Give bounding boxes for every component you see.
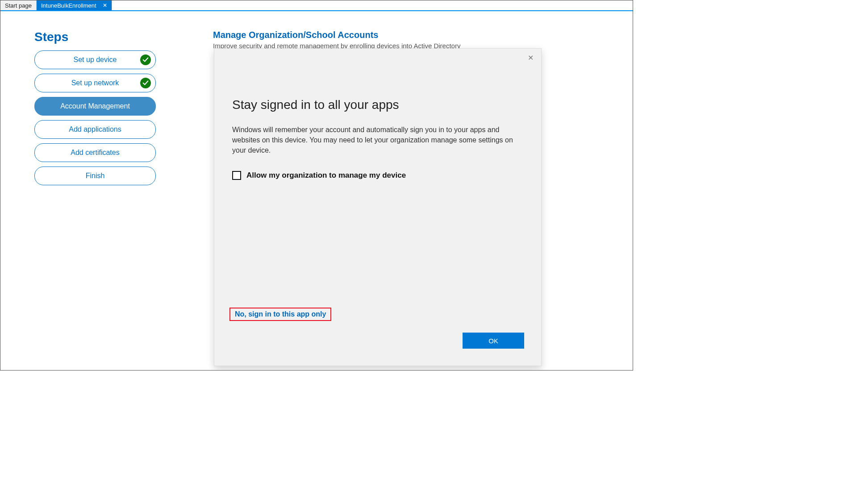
step-label: Set up device (74, 56, 117, 64)
step-set-up-network[interactable]: Set up network (34, 74, 156, 92)
step-finish[interactable]: Finish (34, 167, 156, 185)
tab-bar: Start page IntuneBulkEnrollment ✕ (0, 0, 633, 11)
highlight-box: No, sign in to this app only (229, 308, 331, 321)
step-add-applications[interactable]: Add applications (34, 120, 156, 139)
tab-label: IntuneBulkEnrollment (41, 2, 96, 9)
step-label: Account Management (60, 102, 130, 110)
ok-button[interactable]: OK (463, 333, 524, 349)
steps-sidebar: Steps Set up device Set up network Accou… (0, 30, 179, 190)
allow-manage-label: Allow my organization to manage my devic… (246, 171, 406, 180)
step-label: Add applications (69, 125, 121, 133)
dialog-title: Stay signed in to all your apps (232, 98, 523, 112)
step-label: Finish (86, 172, 105, 180)
close-icon[interactable]: ✕ (526, 53, 535, 62)
checkmark-icon (140, 54, 151, 65)
checkmark-icon (140, 78, 151, 88)
sign-in-this-app-only-link[interactable]: No, sign in to this app only (235, 310, 326, 318)
step-account-management[interactable]: Account Management (34, 97, 156, 116)
step-set-up-device[interactable]: Set up device (34, 50, 156, 69)
step-add-certificates[interactable]: Add certificates (34, 143, 156, 162)
app-window: Start page IntuneBulkEnrollment ✕ Steps … (0, 0, 633, 371)
dialog-description: Windows will remember your account and a… (232, 125, 518, 156)
step-label: Set up network (71, 79, 119, 87)
close-icon[interactable]: ✕ (103, 2, 107, 8)
sidebar-title: Steps (34, 30, 179, 44)
allow-manage-checkbox[interactable] (232, 171, 241, 180)
tab-start-page[interactable]: Start page (0, 0, 37, 10)
tab-project[interactable]: IntuneBulkEnrollment ✕ (37, 0, 112, 10)
step-label: Add certificates (71, 149, 119, 157)
page-title: Manage Organization/School Accounts (213, 30, 633, 40)
signin-dialog: ✕ Stay signed in to all your apps Window… (214, 48, 542, 366)
allow-manage-checkbox-row: Allow my organization to manage my devic… (232, 171, 523, 180)
dialog-body: Stay signed in to all your apps Windows … (214, 49, 541, 180)
tab-label: Start page (5, 2, 32, 9)
